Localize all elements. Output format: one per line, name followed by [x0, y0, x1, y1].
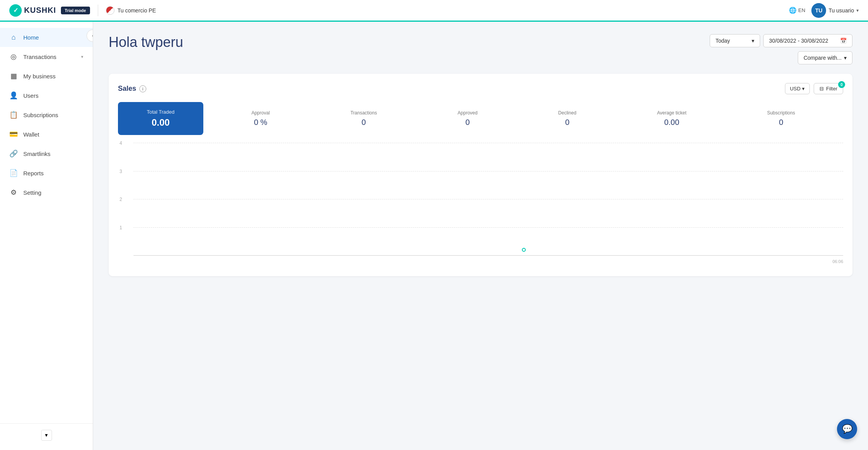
- stats-other: Approval 0 % Transactions 0 Approved 0 D…: [203, 102, 843, 135]
- filter-button[interactable]: ⊟ Filter 0: [814, 83, 843, 94]
- filter-badge: 0: [838, 81, 845, 88]
- globe-icon: 🌐: [789, 7, 797, 14]
- approved-label: Approved: [457, 110, 477, 116]
- layout: ‹ ⌂ Home ◎ Transactions ▾ ▦ My business …: [0, 22, 868, 450]
- commerce-flag: Tu comercio PE: [106, 6, 156, 15]
- sidebar-item-label-subscriptions: Subscriptions: [23, 112, 58, 118]
- logo: ✓ KUSHKI: [9, 4, 56, 17]
- sidebar-scroll-down-button[interactable]: ▼: [41, 430, 52, 441]
- stats-row: Total Traded 0.00 Approval 0 % Transacti…: [118, 102, 843, 135]
- currency-value: USD: [790, 86, 800, 92]
- chart-data-dot: [522, 248, 526, 252]
- page-title: Hola twperu: [109, 34, 183, 50]
- sidebar-item-label-setting: Setting: [23, 189, 42, 196]
- sidebar-item-setting[interactable]: ⚙ Setting: [0, 183, 93, 202]
- period-label: Today: [716, 38, 730, 44]
- declined-value: 0: [558, 118, 577, 127]
- transactions-chevron-icon: ▾: [81, 54, 83, 59]
- sidebar-item-home[interactable]: ⌂ Home: [0, 28, 93, 47]
- declined-label: Declined: [558, 110, 577, 116]
- chat-fab-button[interactable]: 💬: [837, 419, 857, 439]
- approved-stat: Approved 0: [457, 110, 477, 127]
- compare-button[interactable]: Compare with... ▾: [798, 51, 852, 64]
- avg-ticket-value: 0.00: [657, 118, 686, 127]
- currency-select[interactable]: USD ▾: [785, 83, 810, 94]
- sidebar-item-subscriptions[interactable]: 📋 Subscriptions: [0, 105, 93, 125]
- language-selector[interactable]: 🌐 EN: [789, 7, 805, 14]
- sidebar-item-label-home: Home: [23, 34, 39, 41]
- total-traded-card[interactable]: Total Traded 0.00: [118, 102, 203, 135]
- page-header: Hola twperu Today ▾ 30/08/2022 - 30/08/2…: [109, 34, 852, 64]
- sales-title-group: Sales i: [118, 85, 146, 93]
- sidebar-item-my-business[interactable]: ▦ My business: [0, 66, 93, 86]
- y-label-3: 3: [120, 169, 122, 174]
- trial-badge: Trial mode: [61, 7, 90, 14]
- y-label-2: 2: [120, 197, 122, 202]
- calendar-icon: 📅: [840, 38, 847, 44]
- subscriptions-stat: Subscriptions 0: [767, 110, 795, 127]
- grid-line-1: 1: [133, 227, 843, 228]
- peru-flag: [106, 6, 114, 15]
- user-avatar: TU: [811, 3, 826, 18]
- compare-label: Compare with...: [804, 55, 842, 61]
- language-label: EN: [798, 7, 805, 13]
- compare-chevron-icon: ▾: [844, 55, 847, 61]
- filter-label: Filter: [826, 86, 837, 92]
- avg-ticket-stat: Average ticket 0.00: [657, 110, 686, 127]
- nav-divider: [98, 5, 98, 16]
- period-select[interactable]: Today ▾: [710, 34, 760, 47]
- sidebar-item-label-reports: Reports: [23, 170, 44, 177]
- approval-label: Approval: [251, 110, 270, 116]
- avg-ticket-label: Average ticket: [657, 110, 686, 116]
- setting-icon: ⚙: [9, 188, 18, 197]
- main-content: Hola twperu Today ▾ 30/08/2022 - 30/08/2…: [93, 22, 868, 450]
- sidebar-item-label-wallet: Wallet: [23, 131, 39, 138]
- transactions-value: 0: [350, 118, 377, 127]
- chat-icon: 💬: [842, 424, 852, 434]
- transactions-label: Transactions: [350, 110, 377, 116]
- total-traded-label: Total Traded: [129, 109, 192, 115]
- topnav-left: ✓ KUSHKI Trial mode Tu comercio PE: [9, 4, 156, 17]
- user-info[interactable]: TU Tu usuario ▾: [811, 3, 859, 18]
- declined-stat: Declined 0: [558, 110, 577, 127]
- sidebar-nav: ⌂ Home ◎ Transactions ▾ ▦ My business 👤 …: [0, 22, 93, 423]
- sidebar-item-reports[interactable]: 📄 Reports: [0, 163, 93, 183]
- user-name: Tu usuario: [828, 7, 854, 14]
- total-traded-value: 0.00: [129, 117, 192, 128]
- my-business-icon: ▦: [9, 72, 18, 80]
- sales-title-text: Sales: [118, 85, 136, 93]
- sidebar-item-label-smartlinks: Smartlinks: [23, 151, 50, 157]
- logo-checkmark: ✓: [13, 7, 18, 14]
- x-label-time: 06:06: [832, 259, 843, 264]
- date-range-picker[interactable]: 30/08/2022 - 30/08/2022 📅: [763, 34, 852, 47]
- sidebar-item-transactions[interactable]: ◎ Transactions ▾: [0, 47, 93, 66]
- y-label-4: 4: [120, 140, 122, 146]
- approval-value: 0 %: [251, 118, 270, 127]
- sidebar-item-label-my-business: My business: [23, 73, 55, 80]
- date-controls: Today ▾ 30/08/2022 - 30/08/2022 📅: [710, 34, 852, 47]
- subscriptions-icon: 📋: [9, 111, 18, 119]
- sales-card: Sales i USD ▾ ⊟ Filter 0: [109, 74, 852, 276]
- approved-value: 0: [457, 118, 477, 127]
- sidebar-item-smartlinks[interactable]: 🔗 Smartlinks: [0, 144, 93, 163]
- sidebar-item-users[interactable]: 👤 Users: [0, 86, 93, 105]
- y-label-1: 1: [120, 225, 122, 230]
- sales-info-icon[interactable]: i: [139, 85, 146, 92]
- user-chevron-icon: ▾: [856, 8, 859, 13]
- sidebar-scroll: ▼: [0, 427, 93, 444]
- sales-controls: USD ▾ ⊟ Filter 0: [785, 83, 843, 94]
- commerce-name: Tu comercio PE: [118, 7, 156, 14]
- sidebar-bottom: ▼: [0, 423, 93, 450]
- grid-line-0: [133, 255, 843, 256]
- subscriptions-value: 0: [767, 118, 795, 127]
- header-controls: Today ▾ 30/08/2022 - 30/08/2022 📅 Compar…: [710, 34, 852, 64]
- sidebar-item-wallet[interactable]: 💳 Wallet: [0, 125, 93, 144]
- sidebar-item-label-users: Users: [23, 92, 38, 99]
- period-chevron-icon: ▾: [752, 38, 754, 44]
- transactions-stat: Transactions 0: [350, 110, 377, 127]
- grid-line-3: 3: [133, 171, 843, 171]
- currency-chevron-icon: ▾: [802, 86, 805, 92]
- grid-line-4: 4: [133, 143, 843, 143]
- sidebar-item-label-transactions: Transactions: [23, 54, 56, 60]
- collapse-icon: ‹: [92, 33, 93, 38]
